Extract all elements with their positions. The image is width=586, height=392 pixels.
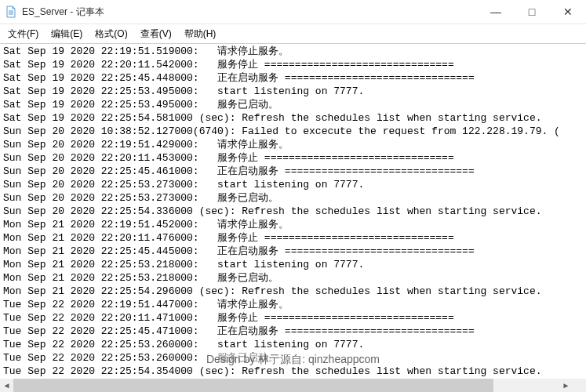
log-line: Sat Sep 19 2020 22:25:53.495000: start l… [3,85,583,98]
menu-bar: 文件(F) 编辑(E) 格式(O) 查看(V) 帮助(H) [0,24,586,43]
menu-help[interactable]: 帮助(H) [178,26,223,42]
log-line: Sun Sep 20 2020 22:25:45.461000: 正在启动服务 … [3,165,583,178]
log-line: Mon Sep 21 2020 22:25:53.218000: 服务已启动。 [3,271,583,285]
window-controls: — □ ✕ [478,0,586,24]
notepad-icon [5,5,17,18]
log-line: Sat Sep 19 2020 22:25:53.495000: 服务已启动。 [3,98,583,111]
minimize-button[interactable]: — [478,0,514,24]
log-line: Sat Sep 19 2020 22:20:11.542000: 服务停止 ==… [3,58,583,71]
log-line: Sun Sep 20 2020 22:25:53.273000: start l… [3,178,583,191]
close-button[interactable]: ✕ [550,0,586,24]
scroll-left-arrow[interactable]: ◄ [0,379,13,392]
text-content[interactable]: Sat Sep 19 2020 22:19:51.519000: 请求停止服务。… [0,44,586,380]
menu-format[interactable]: 格式(O) [89,26,133,42]
log-line: Mon Sep 21 2020 22:25:45.445000: 正在启动服务 … [3,245,583,258]
log-line: Tue Sep 22 2020 22:19:51.447000: 请求停止服务。 [3,298,583,311]
log-line: Sun Sep 20 2020 22:20:11.453000: 服务停止 ==… [3,151,583,165]
log-line: Mon Sep 21 2020 22:25:53.218000: start l… [3,258,583,271]
window-title: ES_Server - 记事本 [22,5,478,19]
log-line: Mon Sep 21 2020 22:25:54.296000 (sec): R… [3,285,583,298]
log-line: Sun Sep 20 2020 22:19:51.429000: 请求停止服务。 [3,138,583,151]
log-line: Tue Sep 22 2020 22:25:53.260000: 服务已启动。 [3,351,583,365]
log-line: Sat Sep 19 2020 22:19:51.519000: 请求停止服务。 [3,45,583,58]
log-line: Sun Sep 20 2020 22:25:53.273000: 服务已启动。 [3,191,583,205]
log-line: Tue Sep 22 2020 22:25:53.260000: start l… [3,338,583,351]
horizontal-scrollbar[interactable]: ◄ ► [0,379,573,392]
title-bar: ES_Server - 记事本 — □ ✕ [0,0,586,24]
log-line: Mon Sep 21 2020 22:20:11.476000: 服务停止 ==… [3,231,583,245]
scroll-right-arrow[interactable]: ► [559,379,573,392]
scrollbar-corner [573,379,586,392]
log-line: Tue Sep 22 2020 22:25:54.354000 (sec): R… [3,365,583,378]
maximize-button[interactable]: □ [514,0,550,24]
menu-view[interactable]: 查看(V) [134,26,178,42]
log-line: Tue Sep 22 2020 22:20:11.471000: 服务停止 ==… [3,311,583,325]
editor-area[interactable]: Sat Sep 19 2020 22:19:51.519000: 请求停止服务。… [0,43,586,380]
log-line: Sun Sep 20 2020 10:38:52.127000(6740): F… [3,125,583,138]
log-line: Sat Sep 19 2020 22:25:45.448000: 正在启动服务 … [3,71,583,85]
log-line: Sun Sep 20 2020 22:25:54.336000 (sec): R… [3,205,583,218]
log-line: Tue Sep 22 2020 22:25:45.471000: 正在启动服务 … [3,325,583,338]
scroll-thumb[interactable] [13,379,493,392]
log-line: Sat Sep 19 2020 22:25:54.581000 (sec): R… [3,111,583,125]
log-line: Mon Sep 21 2020 22:19:51.452000: 请求停止服务。 [3,218,583,231]
scroll-track[interactable] [13,379,559,392]
menu-edit[interactable]: 编辑(E) [45,26,89,42]
menu-file[interactable]: 文件(F) [2,26,45,42]
